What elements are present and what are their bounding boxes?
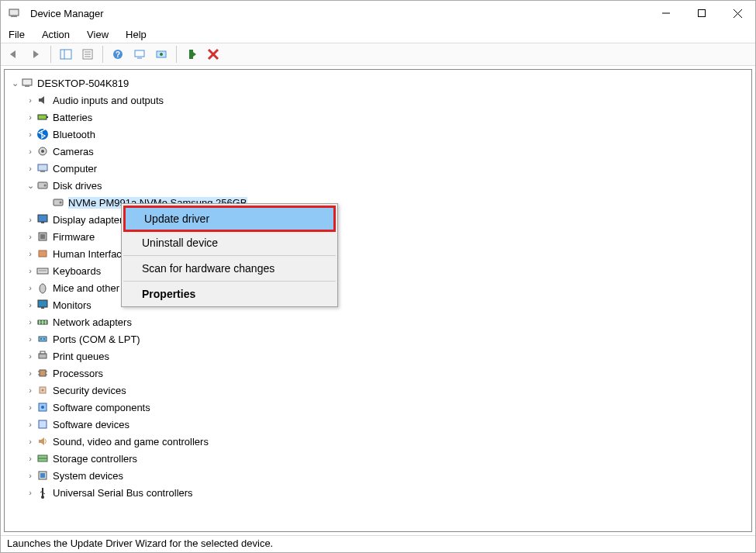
back-button[interactable] bbox=[5, 46, 22, 63]
tree-item-mouse[interactable]: ›Mice and other pointing devices bbox=[6, 279, 750, 296]
menu-view[interactable]: View bbox=[85, 27, 110, 42]
disk-icon bbox=[36, 178, 50, 192]
tree-item-disk[interactable]: ⌄Disk drives bbox=[6, 177, 750, 194]
expand-icon[interactable]: › bbox=[25, 95, 36, 105]
tree-item-display[interactable]: ›Display adapters bbox=[6, 211, 750, 228]
tree-item-audio[interactable]: ›Audio inputs and outputs bbox=[6, 92, 750, 109]
tree-item-printer[interactable]: ›Print queues bbox=[6, 347, 750, 365]
expand-icon[interactable]: › bbox=[25, 130, 36, 139]
scan-hardware-button[interactable] bbox=[131, 46, 148, 63]
svg-rect-6 bbox=[60, 50, 71, 59]
tree-item-network[interactable]: ›Network adapters bbox=[6, 313, 750, 330]
device-manager-window: Device Manager File Action View Help ? ⌄… bbox=[0, 0, 756, 553]
forward-button[interactable] bbox=[27, 46, 44, 63]
expand-icon[interactable]: › bbox=[25, 385, 36, 395]
toolbar-separator bbox=[176, 46, 177, 63]
context-scan-hardware[interactable]: Scan for hardware changes bbox=[123, 257, 336, 279]
tree-item-swdev[interactable]: ›Software devices bbox=[6, 416, 750, 433]
expand-icon[interactable]: › bbox=[25, 300, 36, 309]
expand-icon[interactable]: › bbox=[25, 454, 36, 463]
expand-icon[interactable]: › bbox=[25, 334, 36, 344]
tree-item-storage[interactable]: ›Storage controllers bbox=[6, 450, 750, 467]
tree-item-bluetooth[interactable]: ›Bluetooth bbox=[6, 126, 750, 143]
svg-rect-22 bbox=[38, 115, 47, 119]
swcomp-icon bbox=[36, 400, 50, 414]
svg-point-32 bbox=[60, 202, 62, 204]
expand-icon[interactable]: › bbox=[25, 403, 36, 412]
device-tree[interactable]: ⌄DESKTOP-504K819›Audio inputs and output… bbox=[4, 69, 752, 532]
context-separator bbox=[123, 281, 336, 282]
svg-rect-41 bbox=[38, 300, 47, 307]
titlebar: Device Manager bbox=[1, 1, 755, 26]
storage-icon bbox=[36, 451, 50, 465]
expand-icon[interactable]: › bbox=[25, 351, 36, 361]
tree-label: Monitors bbox=[53, 299, 91, 311]
svg-rect-52 bbox=[40, 370, 46, 376]
expand-icon[interactable]: › bbox=[25, 488, 36, 497]
context-update-driver[interactable]: Update driver bbox=[123, 206, 336, 232]
tree-item-sound[interactable]: ›Sound, video and game controllers bbox=[6, 433, 750, 450]
expand-icon[interactable]: › bbox=[25, 164, 36, 173]
tree-item-cpu[interactable]: ›Processors bbox=[6, 365, 750, 382]
tree-label: Display adapters bbox=[53, 214, 128, 226]
collapse-icon[interactable]: ⌄ bbox=[9, 78, 20, 88]
tree-label: Firmware bbox=[53, 231, 95, 243]
svg-rect-61 bbox=[39, 420, 47, 428]
expand-icon[interactable]: › bbox=[25, 283, 36, 292]
context-uninstall-device[interactable]: Uninstall device bbox=[123, 232, 336, 254]
expand-icon[interactable]: › bbox=[25, 437, 36, 446]
tree-item-swcomp[interactable]: ›Software components bbox=[6, 399, 750, 416]
expand-icon[interactable]: › bbox=[25, 420, 36, 429]
monitor-icon bbox=[36, 298, 50, 312]
close-button[interactable] bbox=[720, 1, 755, 26]
tree-label: Print queues bbox=[53, 351, 109, 362]
update-driver-toolbar-button[interactable] bbox=[153, 46, 170, 63]
expand-icon[interactable]: › bbox=[25, 471, 36, 480]
mouse-icon bbox=[36, 281, 50, 295]
expand-icon[interactable]: › bbox=[25, 368, 36, 378]
battery-icon bbox=[36, 110, 50, 124]
expand-icon[interactable]: › bbox=[25, 215, 36, 224]
tree-item-system[interactable]: ›System devices bbox=[6, 467, 750, 484]
tree-item-security[interactable]: ›Security devices bbox=[6, 382, 750, 399]
menu-file[interactable]: File bbox=[7, 27, 26, 42]
expand-icon[interactable]: › bbox=[25, 112, 36, 122]
tree-item-usb[interactable]: ›Universal Serial Bus controllers bbox=[6, 484, 750, 501]
firmware-icon bbox=[36, 230, 50, 244]
disk-icon bbox=[51, 195, 65, 209]
expand-icon[interactable]: › bbox=[25, 147, 36, 156]
expand-icon[interactable]: › bbox=[25, 266, 36, 275]
help-button[interactable]: ? bbox=[109, 46, 126, 63]
enable-device-button[interactable] bbox=[183, 46, 200, 63]
svg-rect-20 bbox=[22, 79, 32, 85]
root-icon bbox=[20, 76, 34, 90]
audio-icon bbox=[36, 93, 50, 107]
system-icon bbox=[36, 468, 50, 482]
tree-label: Software devices bbox=[53, 419, 129, 430]
collapse-icon[interactable]: ⌄ bbox=[25, 181, 36, 191]
tree-item-computer[interactable]: ›Computer bbox=[6, 160, 750, 177]
tree-item-firmware[interactable]: ›Firmware bbox=[6, 228, 750, 245]
svg-point-66 bbox=[41, 496, 44, 499]
menu-help[interactable]: Help bbox=[124, 27, 148, 42]
maximize-button[interactable] bbox=[684, 1, 720, 26]
menu-action[interactable]: Action bbox=[40, 27, 71, 42]
svg-point-49 bbox=[43, 338, 45, 340]
tree-label: Keyboards bbox=[53, 265, 101, 277]
tree-item-keyboard[interactable]: ›Keyboards bbox=[6, 262, 750, 279]
tree-item-battery[interactable]: ›Batteries bbox=[6, 109, 750, 126]
expand-icon[interactable]: › bbox=[25, 249, 36, 258]
tree-item-camera[interactable]: ›Cameras bbox=[6, 143, 750, 160]
show-hide-tree-button[interactable] bbox=[57, 46, 74, 63]
minimize-button[interactable] bbox=[648, 1, 684, 26]
tree-item-monitor[interactable]: ›Monitors bbox=[6, 296, 750, 313]
expand-icon[interactable]: › bbox=[25, 317, 36, 327]
tree-root-node[interactable]: ⌄DESKTOP-504K819 bbox=[6, 74, 750, 92]
expand-icon[interactable]: › bbox=[25, 232, 36, 241]
tree-item-ports[interactable]: ›Ports (COM & LPT) bbox=[6, 330, 750, 347]
context-properties[interactable]: Properties bbox=[123, 283, 336, 305]
tree-item-hid[interactable]: ›Human Interface Devices bbox=[6, 245, 750, 262]
properties-button[interactable] bbox=[79, 46, 96, 63]
uninstall-toolbar-button[interactable] bbox=[205, 46, 222, 63]
tree-child-disk[interactable]: NVMe PM991a NVMe Samsung 256GB bbox=[6, 194, 750, 211]
